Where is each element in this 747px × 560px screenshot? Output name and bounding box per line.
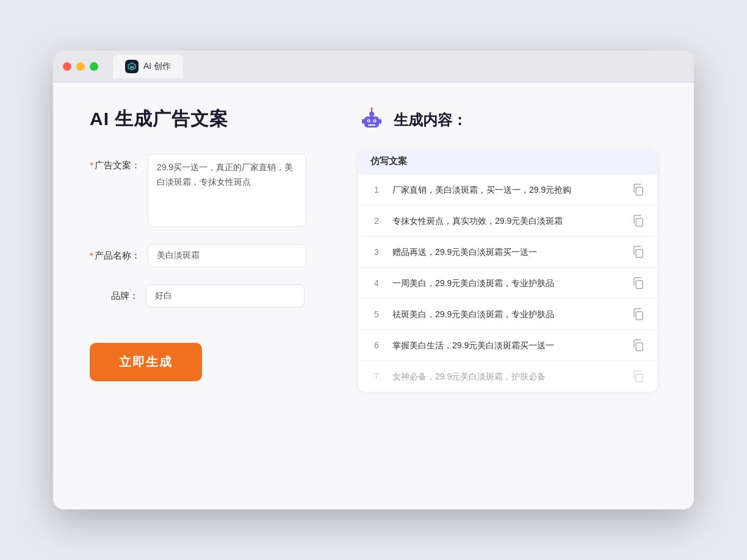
result-row-6: 6 掌握美白生活，29.9元美白淡斑霜买一送一	[358, 330, 657, 361]
copy-icon-4[interactable]	[632, 276, 645, 290]
ad-copy-label: *广告文案：	[90, 154, 140, 171]
row-number-4: 4	[370, 278, 383, 288]
close-button[interactable]	[63, 62, 71, 71]
row-text-4: 一周美白，29.9元美白淡斑霜，专业护肤品	[392, 277, 622, 290]
svg-rect-19	[636, 374, 643, 382]
svg-rect-15	[636, 249, 643, 257]
ai-tab-icon: AI	[125, 60, 139, 73]
result-title: 生成内容：	[394, 110, 467, 130]
result-row-7: 7 女神必备，29.9元美白淡斑霜，护肤必备	[358, 361, 657, 392]
required-mark-2: *	[90, 250, 93, 260]
browser-window: AI AI 创作 AI 生成广告文案 *广告文案： 29.9买一送一，真正的厂家…	[53, 51, 694, 509]
product-name-input[interactable]	[148, 244, 306, 267]
main-layout: AI 生成广告文案 *广告文案： 29.9买一送一，真正的厂家直销，美白淡斑霜，…	[90, 107, 657, 392]
svg-rect-14	[636, 218, 643, 226]
svg-rect-11	[362, 119, 364, 124]
row-number-2: 2	[370, 216, 383, 226]
right-panel: 生成内容： 仿写文案 1 厂家直销，美白淡斑霜，买一送一，29.9元抢购	[358, 107, 657, 392]
brand-group: 品牌：	[90, 284, 322, 307]
generate-button[interactable]: 立即生成	[90, 343, 202, 381]
svg-rect-16	[636, 281, 643, 289]
svg-rect-17	[636, 312, 643, 320]
row-text-2: 专抹女性斑点，真实功效，29.9元美白淡斑霜	[392, 215, 622, 228]
maximize-button[interactable]	[90, 62, 98, 71]
result-row-1: 1 厂家直销，美白淡斑霜，买一送一，29.9元抢购	[358, 174, 657, 206]
copy-icon-1[interactable]	[632, 183, 645, 196]
svg-point-2	[369, 112, 374, 117]
ad-copy-group: *广告文案： 29.9买一送一，真正的厂家直销，美白淡斑霜，专抹女性斑点	[90, 154, 322, 227]
row-text-7: 女神必备，29.9元美白淡斑霜，护肤必备	[392, 370, 622, 383]
copy-icon-3[interactable]	[632, 245, 645, 259]
copy-icon-5[interactable]	[632, 307, 645, 321]
copy-icon-2[interactable]	[632, 214, 645, 228]
product-name-label: *产品名称：	[90, 244, 140, 262]
robot-icon	[358, 107, 385, 134]
row-text-1: 厂家直销，美白淡斑霜，买一送一，29.9元抢购	[392, 184, 622, 196]
row-number-5: 5	[370, 309, 383, 319]
traffic-lights	[63, 62, 98, 71]
svg-point-10	[370, 107, 373, 110]
result-header: 生成内容：	[358, 107, 657, 134]
result-row-3: 3 赠品再送，29.9元美白淡斑霜买一送一	[358, 237, 657, 268]
row-text-5: 祛斑美白，29.9元美白淡斑霜，专业护肤品	[392, 308, 622, 321]
copy-icon-7[interactable]	[632, 370, 645, 383]
svg-rect-8	[368, 124, 375, 126]
minimize-button[interactable]	[76, 62, 85, 71]
tab-label: AI 创作	[143, 61, 171, 72]
result-row-4: 4 一周美白，29.9元美白淡斑霜，专业护肤品	[358, 268, 657, 299]
page-title: AI 生成广告文案	[90, 107, 322, 132]
ad-copy-input[interactable]: 29.9买一送一，真正的厂家直销，美白淡斑霜，专抹女性斑点	[148, 154, 306, 227]
result-table-header: 仿写文案	[358, 148, 657, 174]
svg-rect-18	[636, 343, 643, 351]
left-panel: AI 生成广告文案 *广告文案： 29.9买一送一，真正的厂家直销，美白淡斑霜，…	[90, 107, 322, 392]
row-text-3: 赠品再送，29.9元美白淡斑霜买一送一	[392, 246, 622, 259]
svg-point-6	[368, 120, 369, 121]
result-row-5: 5 祛斑美白，29.9元美白淡斑霜，专业护肤品	[358, 299, 657, 330]
brand-input[interactable]	[146, 284, 305, 307]
svg-text:AI: AI	[130, 65, 134, 69]
svg-point-7	[374, 120, 375, 121]
copy-icon-6[interactable]	[632, 339, 645, 352]
row-text-6: 掌握美白生活，29.9元美白淡斑霜买一送一	[392, 339, 622, 352]
row-number-7: 7	[370, 372, 383, 381]
browser-titlebar: AI AI 创作	[53, 51, 694, 82]
svg-rect-13	[636, 187, 643, 195]
brand-label: 品牌：	[90, 284, 139, 302]
result-row-2: 2 专抹女性斑点，真实功效，29.9元美白淡斑霜	[358, 206, 657, 237]
svg-rect-12	[379, 119, 381, 124]
browser-content: AI 生成广告文案 *广告文案： 29.9买一送一，真正的厂家直销，美白淡斑霜，…	[53, 82, 694, 509]
result-table: 仿写文案 1 厂家直销，美白淡斑霜，买一送一，29.9元抢购 2 专抹女性斑点，…	[358, 148, 657, 392]
required-mark-1: *	[90, 160, 93, 170]
row-number-1: 1	[370, 185, 383, 195]
product-name-group: *产品名称：	[90, 244, 322, 267]
svg-rect-3	[364, 117, 379, 127]
row-number-3: 3	[370, 247, 383, 257]
ai-tab[interactable]: AI AI 创作	[113, 55, 183, 78]
row-number-6: 6	[370, 340, 383, 350]
